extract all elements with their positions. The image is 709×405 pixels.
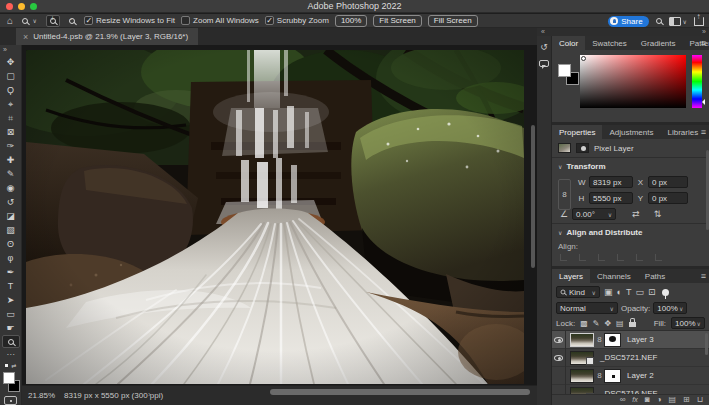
toolbar-expand-icon[interactable]: » [0,45,7,55]
marquee-tool[interactable]: ▢ [2,69,20,83]
swap-colors-icon[interactable]: ⇄ [11,363,16,369]
lasso-tool[interactable]: Ϙ [2,83,20,97]
lock-pixels-icon[interactable]: ✎ [593,319,600,328]
collapse-dock-icon[interactable]: « [541,28,545,36]
panel-menu-icon[interactable]: ≡ [701,271,706,281]
panel-menu-icon[interactable]: ≡ [701,127,706,137]
type-tool[interactable]: T [2,279,20,293]
panel-menu-icon[interactable]: ≡ [701,38,706,48]
canvas-horizontal-scrollbar[interactable] [270,389,530,395]
filter-toggle-icon[interactable] [662,289,669,296]
tab-paths[interactable]: Paths [638,269,672,283]
layer-thumbnail[interactable] [570,387,594,395]
pen-tool[interactable]: ✒ [2,265,20,279]
search-icon[interactable] [656,18,662,24]
filter-adjustment-layers-icon[interactable]: ◐ [617,286,622,298]
layer-thumbnail[interactable] [570,369,594,383]
layer-name[interactable]: _DSC5721.NEF [600,353,657,362]
healing-brush-tool[interactable]: ✚ [2,153,20,167]
visibility-toggle[interactable] [552,331,566,349]
foreground-color-swatch[interactable] [558,64,571,77]
tab-layers[interactable]: Layers [552,269,590,283]
filter-shape-layers-icon[interactable]: ▭ [635,286,644,298]
hand-tool[interactable]: ☛ [2,321,20,335]
link-layers-icon[interactable]: ∞ [620,395,626,405]
tab-properties[interactable]: Properties [552,125,602,139]
layer-row[interactable]: 8 Layer 2 [552,367,709,385]
saturation-brightness-field[interactable] [580,55,686,108]
dodge-tool[interactable]: φ [2,251,20,265]
lock-transparency-icon[interactable]: ▩ [580,319,588,328]
fit-screen-button[interactable]: Fit Screen [373,15,421,27]
resize-windows-checkbox[interactable] [84,16,93,25]
tab-libraries[interactable]: Libraries [661,125,706,139]
add-mask-icon[interactable]: ◙ [645,395,650,405]
path-selection-tool[interactable]: ➤ [2,293,20,307]
workspace-icon[interactable] [669,17,681,26]
eyedropper-tool[interactable]: ✑ [2,139,20,153]
tab-gradients[interactable]: Gradients [634,36,683,50]
document-tab[interactable]: × Untitled-4.psb @ 21.9% (Layer 3, RGB/1… [16,28,198,45]
history-panel-icon[interactable]: ↺ [540,43,548,52]
canvas-area[interactable] [22,45,537,385]
align-top-icon[interactable] [617,254,624,261]
layer-style-icon[interactable]: fx [632,395,637,405]
lock-all-icon[interactable] [629,322,636,327]
zoom-100-button[interactable]: 100% [335,15,367,27]
layer-mask-thumbnail[interactable] [604,369,621,383]
screen-mode-icon[interactable] [4,396,17,405]
align-bottom-icon[interactable] [655,254,662,261]
x-field[interactable]: 0 px [648,176,688,188]
link-dimensions-icon[interactable]: 8 [558,179,571,210]
layer-name[interactable]: Layer 3 [627,335,654,344]
blend-mode-dropdown[interactable]: Normal ∨ [556,302,618,314]
zoom-all-checkbox[interactable] [181,16,190,25]
fill-screen-button[interactable]: Fill Screen [428,15,478,27]
visibility-toggle[interactable] [552,385,566,395]
shape-tool[interactable]: ▭ [2,307,20,321]
y-field[interactable]: 0 px [648,192,688,204]
align-right-icon[interactable] [598,254,605,261]
status-zoom-level[interactable]: 21.85% [28,391,55,400]
foreground-color-swatch[interactable] [3,372,15,384]
share-button[interactable]: Share [608,16,648,27]
tab-color[interactable]: Color [552,36,585,50]
filter-pixel-layers-icon[interactable]: ▣ [604,286,613,298]
delete-layer-icon[interactable]: ⊔ [697,395,703,405]
align-section-header[interactable]: ∨ Align and Distribute [552,225,709,240]
width-field[interactable]: 8319 px [589,176,633,188]
tab-adjustments[interactable]: Adjustments [602,125,660,139]
close-tab-icon[interactable]: × [23,32,28,42]
lock-position-icon[interactable]: ✥ [604,319,611,328]
filter-kind-dropdown[interactable]: Kind ∨ [556,286,600,298]
scrubby-zoom-checkbox[interactable] [265,16,274,25]
color-picker-marker[interactable] [581,56,586,61]
zoom-tool[interactable] [2,335,20,348]
zoom-tool-preset[interactable]: ∨ [19,15,40,27]
expand-dock-icon[interactable]: » [702,28,706,36]
layer-mask-thumbnail[interactable] [604,333,621,347]
align-left-icon[interactable] [560,254,567,261]
flip-vertical-icon[interactable]: ⇅ [654,209,662,219]
layer-name[interactable]: _DSC5716.NEF [600,389,657,394]
filter-smart-objects-icon[interactable]: ⊡ [648,286,656,298]
adjustment-layer-icon[interactable]: ◑ [657,395,662,405]
tab-swatches[interactable]: Swatches [585,36,634,50]
zoom-out-button[interactable]: - [66,15,78,27]
layer-row[interactable]: 8 Layer 3 [552,331,709,349]
canvas-vertical-scrollbar[interactable] [531,125,535,268]
hue-slider[interactable] [692,55,702,108]
eraser-tool[interactable]: ◪ [2,209,20,223]
new-group-icon[interactable]: ▤ [668,395,676,405]
blur-tool[interactable]: ʘ [2,237,20,251]
align-center-v-icon[interactable] [636,254,643,261]
flip-horizontal-icon[interactable]: ⇄ [632,209,640,219]
gradient-tool[interactable]: ▧ [2,223,20,237]
crop-tool[interactable]: ⌗ [2,111,20,125]
layer-thumbnail[interactable] [570,351,594,365]
default-colors-control[interactable]: ⇄ [4,363,18,370]
layer-thumbnail[interactable] [570,333,594,347]
comments-panel-icon[interactable] [539,60,549,67]
zoom-in-button[interactable]: + [46,15,60,27]
hue-slider-marker[interactable] [699,99,705,105]
